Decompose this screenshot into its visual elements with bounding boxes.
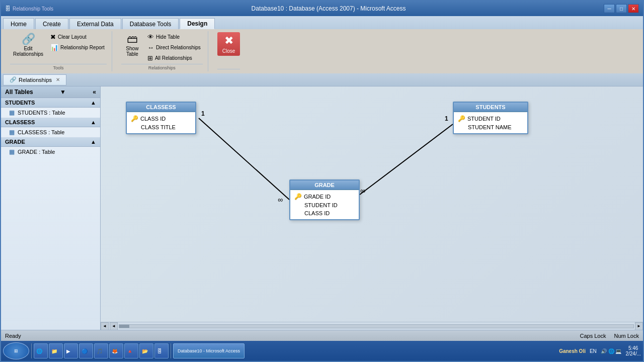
sidebar-section-grade[interactable]: GRADE ▲ (1, 137, 100, 147)
folder-icon: 📁 (51, 348, 57, 354)
tab-create[interactable]: Create (35, 18, 68, 29)
hide-table-button[interactable]: 👁 Hide Table (145, 32, 203, 42)
taskbar-folder2-button[interactable]: 📂 (139, 343, 153, 358)
relationship-report-button[interactable]: 📊 Relationship Report (48, 43, 107, 52)
classess-table-box[interactable]: CLASSESS 🔑 CLASS ID CLASS TITLE (126, 102, 196, 134)
key-icon-studentid: 🔑 (458, 115, 465, 122)
sidebar-item-students-table[interactable]: ▦ STUDENTS : Table (1, 108, 100, 118)
tools-group-label: Tools (10, 64, 107, 70)
access-icon: 🗄 (157, 348, 162, 354)
svg-text:∞: ∞ (278, 196, 283, 204)
tools-small-buttons: ✖ Clear Layout 📊 Relationship Report (48, 32, 107, 52)
scroll-left-button[interactable]: ◄ (101, 322, 109, 330)
folder2-icon: 📂 (142, 348, 148, 354)
relationships-tab-label: Relationships (19, 77, 52, 83)
ribbon-content: 🔗 EditRelationships ✖ Clear Layout 📊 Rel… (1, 29, 643, 73)
close-button[interactable]: ✕ (628, 4, 639, 13)
scroll-track[interactable] (119, 324, 634, 328)
chrome-icon: 🔵 (82, 348, 88, 354)
sidebar-header: All Tables ▼ « (1, 86, 100, 98)
grade-row-studentid: STUDENT ID (294, 201, 355, 209)
students-field-studentname: STUDENT NAME (468, 124, 512, 130)
hide-table-icon: 👁 (147, 33, 154, 41)
students-table-body: 🔑 STUDENT ID STUDENT NAME (454, 112, 527, 133)
taskbar-firefox-button[interactable]: 🦊 (109, 343, 123, 358)
status-right: Caps Lock Num Lock (580, 333, 639, 339)
clear-layout-label: Clear Layout (58, 34, 87, 40)
grade-field-gradeid: GRADE ID (304, 194, 331, 200)
adobe-icon: 🔺 (127, 348, 133, 354)
taskbar-media-button[interactable]: ▶ (64, 343, 78, 358)
taskbar-separator-1 (31, 343, 32, 358)
show-table-label: ShowTable (126, 46, 138, 57)
key-icon-gradeid: 🔑 (294, 193, 302, 200)
sidebar-dropdown-icon[interactable]: ▼ (60, 88, 66, 96)
table-icon-grade: ▦ (9, 148, 15, 155)
direct-relationships-label: Direct Relationships (156, 45, 201, 50)
caps-lock-indicator: Caps Lock (580, 333, 606, 339)
sidebar-section-classess[interactable]: CLASSESS ▲ (1, 118, 100, 127)
minimize-button[interactable]: ─ (604, 4, 615, 13)
edit-relationships-label: EditRelationships (13, 46, 43, 57)
taskbar-access-button[interactable]: 🗄 (154, 343, 169, 358)
table-icon-students: ▦ (9, 109, 15, 116)
app-icon: 🗄 (5, 6, 11, 12)
students-table-box[interactable]: STUDENTS 🔑 STUDENT ID STUDENT NAME (453, 102, 528, 134)
scroll-thumb (119, 325, 129, 328)
start-button[interactable]: ⊞ (3, 342, 29, 359)
direct-relationships-button[interactable]: ↔ Direct Relationships (145, 43, 203, 52)
classess-field-classtitle: CLASS TITLE (141, 124, 176, 130)
taskbar-folder-button[interactable]: 📁 (49, 343, 63, 358)
clear-layout-button[interactable]: ✖ Clear Layout (48, 32, 107, 42)
classess-section-collapse[interactable]: ▲ (91, 119, 96, 125)
tab-external-data[interactable]: External Data (69, 18, 121, 29)
maximize-button[interactable]: □ (616, 4, 627, 13)
taskbar-adobe-button[interactable]: 🔺 (124, 343, 138, 358)
show-table-button[interactable]: 🗃 ShowTable (121, 32, 143, 58)
sidebar-item-classess-table[interactable]: ▦ CLASSESS : Table (1, 127, 100, 137)
all-relationships-button[interactable]: ⊞ All Relationships (145, 53, 203, 63)
status-bar: Ready Caps Lock Num Lock (1, 330, 643, 341)
relationships-tab-close[interactable]: ✕ (56, 77, 60, 82)
media-icon: ▶ (66, 348, 70, 354)
show-table-icon: 🗃 (127, 34, 138, 45)
system-clock: 5:46 2/24/... (625, 345, 641, 356)
ribbon-group-close: ✖ Close (212, 31, 246, 71)
relationships-tab-icon: 🔗 (10, 76, 17, 83)
close-label: Close (222, 48, 235, 54)
students-section-label: STUDENTS (5, 100, 35, 106)
tab-design[interactable]: Design (180, 18, 215, 29)
table-icon-classess: ▦ (9, 129, 15, 136)
title-left: 🗄 Relationship Tools (5, 6, 53, 12)
svg-line-3 (360, 124, 453, 195)
start-orb: ⊞ (14, 348, 18, 353)
taskbar-winamp-button[interactable]: 🎵 (94, 343, 108, 358)
horizontal-scrollbar: ◄ ◄ ► (101, 322, 643, 330)
ribbon-group-tools: 🔗 EditRelationships ✖ Clear Layout 📊 Rel… (5, 31, 112, 71)
grade-table-box[interactable]: GRADE 🔑 GRADE ID STUDENT ID CLASS I (289, 179, 360, 220)
edit-relationships-button[interactable]: 🔗 EditRelationships (10, 32, 46, 58)
relationships-tab[interactable]: 🔗 Relationships ✕ (3, 74, 66, 85)
tab-home[interactable]: Home (3, 18, 34, 29)
taskbar-chrome-button[interactable]: 🔵 (79, 343, 93, 358)
relationships-canvas: 1 ∞ 1 ∞ CLASSESS (101, 86, 643, 330)
sidebar-collapse-icon[interactable]: « (93, 88, 96, 96)
taskbar-ie-button[interactable]: 🌐 (34, 343, 48, 358)
students-table-header: STUDENTS (454, 103, 527, 112)
svg-line-0 (199, 118, 289, 200)
sidebar-section-students[interactable]: STUDENTS ▲ (1, 98, 100, 108)
students-section-collapse[interactable]: ▲ (91, 100, 96, 106)
grade-section-collapse[interactable]: ▲ (91, 139, 96, 145)
classess-row-classtitle: CLASS TITLE (131, 123, 191, 131)
tab-database-tools[interactable]: Database Tools (122, 18, 179, 29)
all-relationships-icon: ⊞ (147, 54, 153, 62)
close-button-ribbon[interactable]: ✖ Close (217, 32, 240, 56)
ribbon-tab-bar: Home Create External Data Database Tools… (1, 16, 643, 29)
scroll-right-adjacent[interactable]: ◄ (110, 322, 118, 330)
scroll-right-button[interactable]: ► (635, 322, 643, 330)
sidebar-item-grade-table[interactable]: ▦ GRADE : Table (1, 147, 100, 157)
taskbar-active-app[interactable]: Database10 - Microsoft Access (173, 343, 245, 358)
close-group-items: ✖ Close (217, 32, 240, 68)
grade-table-header: GRADE (290, 180, 359, 190)
winamp-icon: 🎵 (97, 348, 103, 354)
